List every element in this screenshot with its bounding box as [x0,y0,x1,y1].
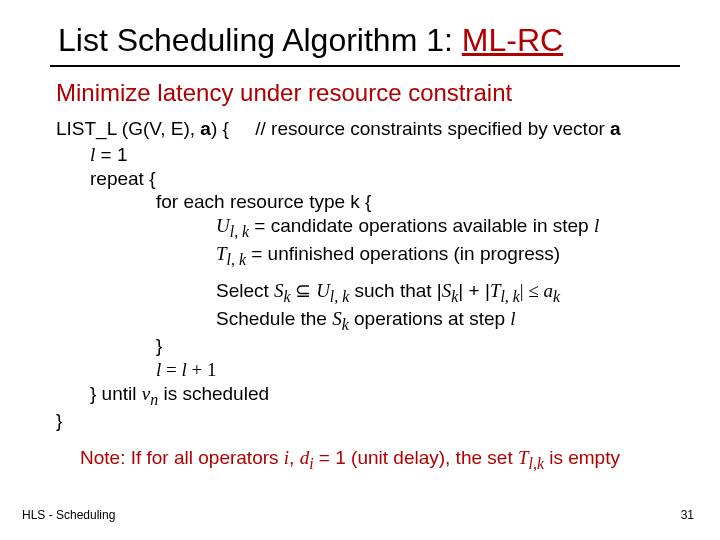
sel-pre: Select [216,280,274,301]
close-for: } [56,334,680,358]
sig-close: ) { [211,118,229,139]
sel-sk-sub: k [284,288,291,305]
l-increment: l = l + 1 [56,358,680,382]
sig-comment-text: // resource constraints specified by vec… [255,118,610,139]
sel-sk2: S [442,280,452,301]
note-i2: d [300,447,310,468]
until-pre: } until [90,383,142,404]
sched-l: l [510,308,515,329]
sched-sk-sub: k [342,316,349,333]
t-line: Tl, k = unfinished operations (in progre… [56,242,680,270]
t-var: T [216,243,227,264]
page-number: 31 [681,508,694,522]
t-sub: l, k [227,250,246,267]
sel-u: U [316,280,330,301]
sel-u-sub: l, k [330,288,349,305]
sel-t-sub: l, k [500,288,519,305]
linc-l2: l [182,359,192,380]
note-p1: Note: If for all operators [80,447,284,468]
sel-a-sub: k [553,288,560,305]
sel-plus: | + | [458,280,490,301]
sel-sk: S [274,280,284,301]
title-emphasis: ML-RC [462,22,563,58]
schedule-line: Schedule the Sk operations at step l [56,307,680,335]
until-post: is scheduled [158,383,269,404]
sel-le: | ≤ [520,280,544,301]
note: Note: If for all operators i, di = 1 (un… [50,447,680,473]
init-line: l = 1 [56,143,680,167]
sched-sk: S [332,308,342,329]
subtitle: Minimize latency under resource constrai… [50,79,680,107]
u-end: l [594,215,599,236]
sig-comment-a: a [610,118,621,139]
select-line: Select Sk ⊆ Ul, k such that |Sk| + |Tl, … [56,279,680,307]
note-p2: , [289,447,300,468]
note-t: T [518,447,529,468]
sig-a: a [200,118,211,139]
sig-comment: // resource constraints specified by vec… [255,118,620,139]
sig-left: LIST_L (G(V, E), [56,118,200,139]
t-txt: = unfinished operations (in progress) [246,243,560,264]
until-v: v [142,383,150,404]
note-p3: = 1 (unit delay), the set [314,447,518,468]
note-p4: is empty [544,447,620,468]
sel-a: a [544,280,554,301]
init-val: = 1 [95,144,127,165]
sched-pre: Schedule the [216,308,332,329]
slide-title: List Scheduling Algorithm 1: ML-RC [50,22,680,59]
sel-subset: ⊆ [291,280,317,301]
repeat-line: repeat { [56,167,680,191]
sel-mid: such that | [349,280,442,301]
linc-eq: = [161,359,181,380]
sel-t: T [490,280,501,301]
u-var: U [216,215,230,236]
for-line: for each resource type k { [56,190,680,214]
linc-plus: + 1 [192,359,217,380]
until-n: n [150,391,158,408]
sched-post: operations at step [349,308,511,329]
gap [56,269,680,279]
slide: List Scheduling Algorithm 1: ML-RC Minim… [0,0,720,540]
title-rule [50,65,680,67]
close-all: } [56,409,680,433]
note-t-sub: l,k [529,455,544,472]
u-sub: l, k [230,223,249,240]
signature-line: LIST_L (G(V, E), a) { // resource constr… [56,117,680,141]
u-txt: = candidate operations available in step [249,215,594,236]
title-plain: List Scheduling Algorithm 1: [58,22,462,58]
u-line: Ul, k = candidate operations available i… [56,214,680,242]
until-line: } until vn is scheduled [56,382,680,410]
footer-left: HLS - Scheduling [22,508,115,522]
algorithm-body: LIST_L (G(V, E), a) { // resource constr… [50,117,680,433]
